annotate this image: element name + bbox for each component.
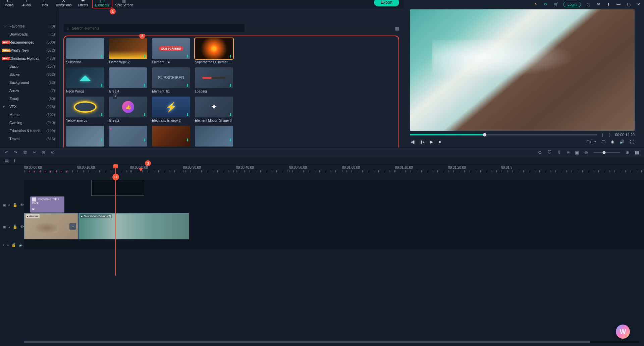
download-icon[interactable]: ⬇: [186, 138, 189, 142]
sidebar-item-arrow[interactable]: Arrow (7): [0, 86, 58, 95]
sidebar-item-favorites[interactable]: ♡ Favorites (0): [0, 22, 58, 30]
tips-icon[interactable]: ✧: [533, 2, 538, 7]
sidebar-item-background[interactable]: Background (83): [0, 78, 58, 86]
download-icon[interactable]: ⬇: [100, 83, 103, 88]
sidebar-item-emoji[interactable]: Emoji (80): [0, 95, 58, 103]
track-body[interactable]: Corporate Titles Pack ❤: [24, 196, 644, 213]
zoom-out-button[interactable]: ⊖: [584, 150, 588, 155]
tab-titles[interactable]: T Titles: [35, 0, 53, 8]
in-bracket[interactable]: {: [601, 133, 605, 137]
transition-icon[interactable]: ↔: [69, 223, 76, 230]
download-icon[interactable]: ⬇: [143, 54, 146, 59]
download-icon[interactable]: ⬇: [186, 112, 189, 117]
track-body[interactable]: [24, 240, 644, 249]
element-card[interactable]: ⬇Flame Wipe 2: [109, 38, 147, 64]
download-icon[interactable]: ⬇: [229, 112, 232, 117]
element-card[interactable]: ⬇Great4: [109, 67, 147, 93]
sidebar-item-recommended[interactable]: HOT Recommended (500): [0, 38, 58, 46]
preview-scrub-knob[interactable]: [483, 133, 486, 136]
next-frame-button[interactable]: ▮▸: [420, 139, 425, 144]
monitor-icon[interactable]: 🖵: [601, 139, 605, 144]
zoom-in-button[interactable]: ⊕: [626, 150, 629, 155]
element-card[interactable]: ⬇Neon Wings: [66, 67, 104, 93]
element-card[interactable]: ⬇Subscribe1: [66, 38, 104, 64]
element-card[interactable]: ⬇Yellow Energy: [66, 97, 104, 122]
sidebar-item-whatsnew[interactable]: NEW What's New (672): [0, 46, 58, 54]
download-icon[interactable]: ⬇: [143, 83, 146, 88]
cart-icon[interactable]: 🛒: [553, 2, 558, 7]
scissors-icon[interactable]: ✂: [112, 174, 119, 180]
download-icon[interactable]: ⬇: [100, 54, 103, 59]
clip-title[interactable]: Corporate Titles Pack ❤: [30, 196, 64, 213]
voiceover-icon[interactable]: 🎙: [557, 150, 561, 155]
mixer-icon[interactable]: ≡: [567, 150, 570, 155]
grid-view-toggle-icon[interactable]: ▦: [395, 25, 399, 31]
stop-button[interactable]: ■: [438, 139, 441, 144]
sidebar-item-travel[interactable]: Travel (313): [0, 135, 58, 143]
render-icon[interactable]: ⚙: [538, 150, 542, 155]
sidebar-item-meme[interactable]: Meme (102): [0, 111, 58, 119]
marker-icon[interactable]: ▣: [575, 150, 579, 155]
export-button[interactable]: Export: [374, 0, 399, 6]
download-icon[interactable]: ⬇: [229, 83, 232, 88]
element-card[interactable]: ⬇Loading: [195, 67, 233, 93]
lock-icon[interactable]: 🔓: [13, 203, 17, 207]
track-body[interactable]: [24, 180, 644, 196]
timeline-ruler[interactable]: 00:00:00:0000:00:10:0000:00:20:0000:00:3…: [24, 165, 644, 172]
element-card[interactable]: ⬇: [195, 126, 233, 148]
download-icon[interactable]: ⬇: [100, 138, 103, 142]
clip-video-sea[interactable]: ▸ Sea Video Demo (2): [78, 213, 189, 239]
search-input[interactable]: [72, 26, 241, 30]
delete-button[interactable]: 🗑: [23, 150, 27, 155]
element-card[interactable]: ⬇Superheroes Cinematic ...: [195, 38, 233, 64]
sidebar-item-basic[interactable]: Basic (157): [0, 62, 58, 70]
tab-splitscreen[interactable]: ▥ Split Screen: [112, 0, 136, 8]
redo-button[interactable]: ↷: [14, 150, 17, 155]
zoom-fit-button[interactable]: ▮▮: [635, 150, 639, 155]
download-icon[interactable]: ⬇: [186, 83, 189, 88]
element-drop-zone[interactable]: [91, 180, 144, 196]
support-icon[interactable]: ⟳: [543, 2, 548, 7]
element-card[interactable]: ⬇: [152, 126, 190, 148]
save-icon[interactable]: ▢: [586, 2, 591, 7]
tab-elements[interactable]: ❐ Elements 1: [92, 0, 113, 8]
clip-video-animal[interactable]: ▸ Animal ↔: [24, 213, 78, 239]
download-icon[interactable]: ⬇: [100, 112, 103, 117]
download-icon[interactable]: ⬇: [606, 2, 611, 7]
download-icon[interactable]: ⬇: [229, 54, 232, 59]
visibility-icon[interactable]: 👁: [20, 203, 24, 207]
notification-icon[interactable]: ✉: [596, 2, 601, 7]
sidebar-item-christmas[interactable]: HOT Christmas Holiday (478): [0, 54, 58, 62]
download-icon[interactable]: ⬇: [229, 138, 232, 142]
mute-icon[interactable]: 🔈: [19, 243, 23, 247]
element-card[interactable]: ⬇Great2: [109, 97, 147, 122]
volume-icon[interactable]: 🔊: [620, 139, 625, 144]
sidebar-item-vfx[interactable]: ▸ VFX (228): [0, 103, 58, 111]
track-body[interactable]: ▸ Animal ↔ ▸ Sea Video Demo (2): [24, 213, 644, 240]
element-card[interactable]: ⬇Electricity Energy 2: [152, 97, 190, 122]
window-maximize-button[interactable]: ▢: [626, 2, 631, 7]
sidebar-item-gaming[interactable]: Gaming (240): [0, 119, 58, 127]
tab-transitions[interactable]: ⤨ Transitions: [53, 0, 74, 8]
zoom-slider[interactable]: [593, 152, 620, 153]
element-card[interactable]: SUBSCRIBED⬇Element_14: [152, 38, 190, 64]
sidebar-item-education[interactable]: Education & tutorial (199): [0, 127, 58, 135]
preview-video-canvas[interactable]: [410, 9, 635, 131]
snapshot-icon[interactable]: ◉: [611, 139, 614, 144]
preview-scrub-track[interactable]: [410, 134, 597, 135]
magnet-icon[interactable]: ⌇: [13, 158, 15, 163]
download-icon[interactable]: ⬇: [143, 112, 146, 117]
timeline-horizontal-scrollbar[interactable]: [24, 341, 639, 343]
visibility-icon[interactable]: 👁: [20, 225, 24, 229]
sidebar-collapse-button[interactable]: ◂: [113, 93, 117, 99]
download-icon[interactable]: ⬇: [143, 138, 146, 142]
track-manager-icon[interactable]: ▤: [5, 158, 9, 163]
download-icon[interactable]: ⬇: [186, 54, 189, 59]
playhead[interactable]: ✂ 3: [115, 165, 116, 276]
element-card[interactable]: ⬇♦: [109, 126, 147, 148]
tab-media[interactable]: 🗀 Media: [0, 0, 18, 8]
speed-button[interactable]: ⏲: [51, 150, 55, 155]
element-card[interactable]: ⬇: [66, 126, 104, 148]
element-card[interactable]: SUBSCRIBED⬇Element_01: [152, 67, 190, 93]
window-close-button[interactable]: ✕: [636, 2, 641, 7]
